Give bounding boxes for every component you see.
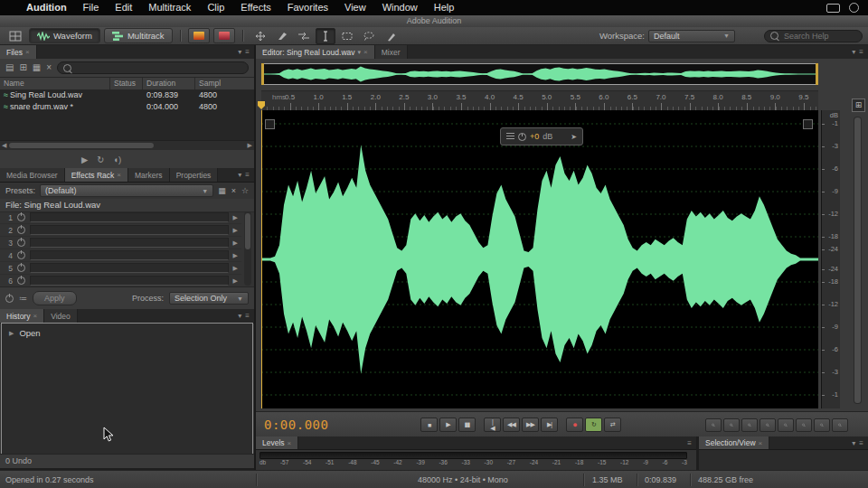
zoom-to-selection-button[interactable] (814, 418, 830, 432)
effect-slot[interactable]: 1▶ (0, 211, 241, 224)
effect-slot[interactable]: 6▶ (0, 275, 241, 287)
close-tab-icon[interactable]: × (33, 312, 37, 320)
effect-slot-well[interactable] (30, 238, 229, 248)
chevron-down-icon[interactable]: ▾ (358, 49, 362, 56)
zoom-navigator-icon[interactable]: ⊞ (852, 99, 865, 112)
zoom-in-button[interactable]: + (705, 418, 722, 432)
pause-button[interactable]: ▮▮ (458, 418, 476, 432)
panel-menu-icon[interactable]: ≡ (245, 171, 250, 179)
zoom-in-time-button[interactable]: + (741, 418, 758, 432)
power-icon[interactable] (17, 213, 25, 221)
scrollbar-thumb[interactable] (9, 143, 154, 148)
zoom-out-time-button[interactable]: − (760, 418, 776, 432)
fast-forward-button[interactable]: ▶▶ (522, 418, 539, 432)
history-item[interactable]: ▶Open (2, 324, 252, 338)
power-icon[interactable] (17, 277, 25, 285)
slot-arrow-icon[interactable]: ▶ (233, 227, 238, 234)
panel-grid-icon[interactable] (5, 28, 25, 44)
tab-media-browser[interactable]: Media Browser (0, 168, 65, 182)
overview-strip[interactable] (261, 63, 818, 85)
menu-audition[interactable]: Audition (18, 0, 75, 15)
power-icon[interactable] (17, 251, 25, 259)
tab-markers[interactable]: Markers (128, 168, 170, 182)
power-icon[interactable] (17, 239, 25, 247)
menu-effects[interactable]: Effects (232, 0, 278, 15)
close-tab-icon[interactable]: × (363, 48, 368, 56)
waveform-display[interactable]: +0 dB ➤ (261, 110, 818, 408)
menubar-battery-icon[interactable] (826, 4, 840, 13)
file-row[interactable]: ≈snare drum.wav *0:04.0004800 (0, 101, 254, 113)
effect-slot-well[interactable] (30, 250, 229, 260)
panel-chevron-icon[interactable]: ▾ (238, 48, 241, 56)
spectral-pitch-button[interactable] (213, 28, 235, 43)
panel-menu-icon[interactable]: ≡ (687, 439, 692, 447)
zoom-selection-left-button[interactable] (778, 418, 794, 432)
waveform-view-button[interactable]: Waveform (29, 28, 100, 43)
menu-window[interactable]: Window (374, 0, 426, 15)
help-search-input[interactable] (782, 31, 856, 42)
workspace-dropdown[interactable]: Default▼ (648, 30, 735, 42)
pin-hud-icon[interactable]: ➤ (571, 133, 577, 141)
move-tool[interactable] (250, 28, 270, 44)
column-name[interactable]: Name (0, 78, 110, 89)
time-display[interactable]: 0:00.000 (264, 418, 328, 432)
effect-slot-well[interactable] (30, 225, 229, 235)
skip-selection-button[interactable]: ⇄ (604, 418, 621, 432)
column-duration[interactable]: Duration (143, 78, 195, 89)
tab-video[interactable]: Video (44, 309, 78, 323)
tab-editor[interactable]: Editor: Sing Real Loud.wav ▾ × (256, 45, 375, 59)
apply-button[interactable]: Apply (33, 291, 77, 305)
menu-view[interactable]: View (336, 0, 374, 15)
skip-to-next-button[interactable]: ▶| (541, 418, 558, 432)
panel-chevron-icon[interactable]: ▾ (238, 312, 241, 320)
menu-file[interactable]: File (75, 0, 108, 15)
play-file-icon[interactable]: ▶ (81, 155, 88, 164)
save-preset-icon[interactable]: ▦ (218, 186, 226, 195)
open-file-icon[interactable]: ▤ (5, 63, 14, 72)
tab-files[interactable]: Files × (0, 45, 37, 59)
effect-slot[interactable]: 5▶ (0, 262, 241, 275)
zoom-selection-right-button[interactable] (796, 418, 812, 432)
tab-effects-rack[interactable]: Effects Rack× (65, 168, 128, 182)
db-scale-ruler[interactable]: dB-1-1-3-3-6-6-9-9-12-12-18-18-24-24 (821, 110, 840, 408)
razor-tool[interactable] (272, 28, 292, 44)
loop-playback-icon[interactable]: ↻ (97, 155, 104, 164)
import-file-icon[interactable]: ⊞ (19, 63, 26, 72)
timeline-ruler[interactable]: hms 0.51.01.52.02.53.03.54.04.55.05.56.0… (261, 90, 818, 111)
menu-favorites[interactable]: Favorites (279, 0, 336, 15)
playhead-line[interactable] (261, 110, 262, 408)
files-search-input[interactable] (75, 62, 242, 73)
channel-toggle-icon[interactable] (265, 119, 275, 129)
file-row[interactable]: ≈Sing Real Loud.wav0:09.8394800 (0, 89, 254, 101)
marquee-selection-tool[interactable] (337, 28, 357, 44)
effect-slot[interactable]: 2▶ (0, 224, 241, 237)
rack-list-icon[interactable]: ≔ (19, 294, 27, 303)
zoom-out-button[interactable]: − (723, 418, 740, 432)
scrollbar-thumb[interactable] (245, 213, 250, 249)
play-button[interactable]: ▶ (439, 418, 457, 432)
range-handle-left[interactable] (261, 63, 264, 85)
menu-multitrack[interactable]: Multitrack (140, 0, 199, 15)
tab-properties[interactable]: Properties (170, 168, 219, 182)
scroll-right-icon[interactable]: ▶ (248, 142, 252, 149)
zoom-full-button[interactable] (832, 418, 848, 432)
hud-gain-value[interactable]: +0 (530, 132, 539, 141)
disclosure-icon[interactable]: ▶ (9, 330, 14, 337)
effect-slot[interactable]: 4▶ (0, 249, 241, 262)
effect-slot[interactable]: 3▶ (0, 237, 241, 249)
close-tab-icon[interactable]: × (759, 439, 763, 447)
tab-levels[interactable]: Levels × (256, 436, 298, 449)
auto-play-speaker-icon[interactable]: ◖) (113, 155, 121, 164)
presets-dropdown[interactable]: (Default)▼ (40, 184, 213, 197)
trash-icon[interactable]: × (46, 63, 52, 72)
close-tab-icon[interactable]: × (25, 48, 30, 56)
menu-edit[interactable]: Edit (107, 0, 140, 15)
rack-power-icon[interactable] (5, 295, 14, 303)
slot-arrow-icon[interactable]: ▶ (233, 277, 238, 285)
panel-chevron-icon[interactable]: ▾ (852, 439, 855, 447)
stop-button[interactable]: ■ (420, 418, 438, 432)
time-selection-tool[interactable] (316, 28, 335, 44)
slip-tool[interactable] (294, 28, 314, 44)
range-handle-right[interactable] (816, 63, 818, 85)
panel-menu-icon[interactable]: ≡ (859, 48, 863, 56)
